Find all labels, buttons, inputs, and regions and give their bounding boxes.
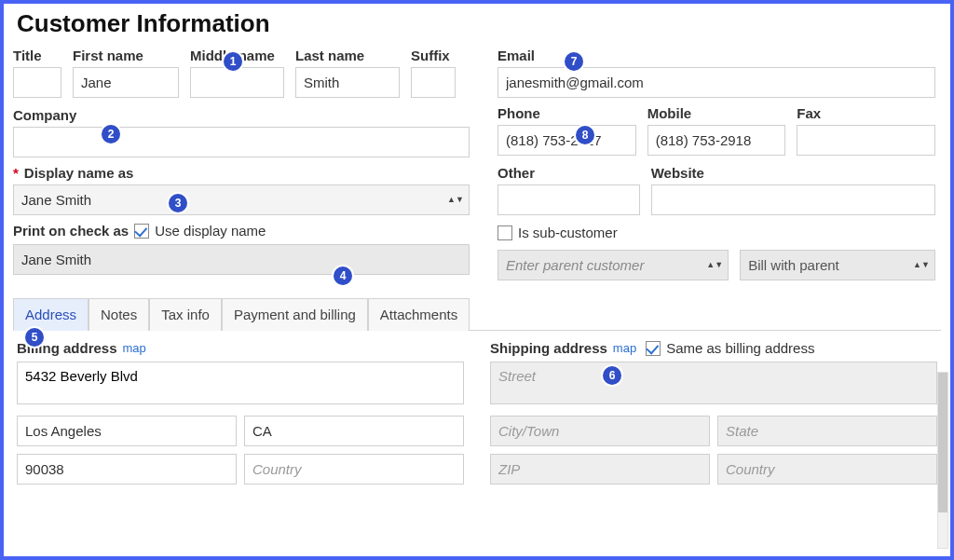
tab-notes[interactable]: Notes — [89, 298, 149, 331]
annotation-badge-4: 4 — [334, 266, 352, 285]
email-input[interactable] — [497, 67, 935, 98]
tab-address[interactable]: Address — [13, 298, 89, 331]
other-input[interactable] — [497, 184, 640, 215]
lastname-label: Last name — [295, 48, 400, 63]
address-panel: Billing address map Shipping address map… — [13, 331, 941, 492]
scrollbar[interactable] — [937, 372, 948, 549]
shipping-address: Shipping address map Same as billing add… — [490, 340, 937, 492]
annotation-badge-2: 2 — [102, 125, 120, 143]
tab-tax-info[interactable]: Tax info — [149, 298, 222, 331]
bill-with-select[interactable]: Bill with parent ▲▼ — [740, 250, 935, 280]
annotation-badge-1: 1 — [224, 52, 242, 71]
displayname-select[interactable]: Jane Smith ▲▼ — [13, 184, 470, 215]
shipping-street[interactable] — [490, 362, 937, 404]
displayname-label: Display name as — [13, 165, 470, 181]
shipping-country[interactable] — [717, 454, 937, 485]
annotation-badge-7: 7 — [565, 52, 583, 71]
email-label: Email — [497, 48, 935, 63]
billing-city[interactable] — [17, 416, 237, 446]
middlename-input[interactable] — [190, 67, 284, 98]
firstname-label: First name — [73, 48, 179, 63]
annotation-badge-8: 8 — [576, 126, 594, 144]
title-label: Title — [13, 48, 61, 63]
page-title: Customer Information — [17, 9, 941, 38]
form-columns: Title First name Middle name Last name S… — [13, 48, 941, 290]
fax-input[interactable] — [797, 125, 935, 156]
shipping-label: Shipping address — [490, 340, 607, 356]
tab-attachments[interactable]: Attachments — [368, 298, 470, 331]
chevron-sort-icon: ▲▼ — [916, 262, 927, 268]
tab-payment-billing[interactable]: Payment and billing — [222, 298, 368, 331]
suffix-input[interactable] — [411, 67, 456, 98]
annotation-badge-6: 6 — [603, 366, 621, 385]
other-label: Other — [497, 165, 640, 181]
right-column: Email Phone Mobile Fax Ot — [497, 48, 935, 290]
subcustomer-label: Is sub-customer — [518, 225, 618, 240]
printcheck-label: Print on check as — [13, 223, 129, 239]
phone-input[interactable] — [497, 125, 636, 156]
same-as-billing-checkbox[interactable] — [646, 341, 661, 356]
firstname-input[interactable] — [73, 67, 179, 98]
left-column: Title First name Middle name Last name S… — [13, 48, 470, 290]
customer-info-form: Customer Information Title First name Mi… — [0, 0, 954, 560]
use-displayname-checkbox[interactable] — [134, 224, 149, 239]
shipping-city[interactable] — [490, 416, 710, 446]
billing-zip[interactable] — [17, 454, 237, 485]
shipping-map-link[interactable]: map — [613, 341, 636, 355]
name-row: Title First name Middle name Last name S… — [13, 48, 470, 98]
website-label: Website — [651, 165, 935, 181]
suffix-label: Suffix — [411, 48, 456, 63]
printcheck-input[interactable] — [13, 244, 470, 275]
phone-label: Phone — [497, 105, 636, 121]
annotation-badge-3: 3 — [169, 194, 187, 212]
billing-country[interactable] — [244, 454, 464, 485]
billing-address: Billing address map — [17, 340, 464, 492]
bill-with-value: Bill with parent — [748, 257, 839, 273]
billing-state[interactable] — [244, 416, 464, 446]
chevron-sort-icon: ▲▼ — [709, 262, 720, 268]
scrollbar-thumb[interactable] — [938, 373, 947, 512]
parent-customer-select[interactable]: Enter parent customer ▲▼ — [497, 250, 729, 280]
mobile-input[interactable] — [647, 125, 786, 156]
company-input[interactable] — [13, 127, 470, 157]
same-as-billing-label: Same as billing address — [666, 340, 814, 356]
detail-tabs: Address Notes Tax info Payment and billi… — [13, 297, 941, 331]
fax-label: Fax — [797, 105, 935, 121]
company-label: Company — [13, 107, 470, 123]
lastname-input[interactable] — [295, 67, 400, 98]
shipping-zip[interactable] — [490, 454, 710, 485]
displayname-value: Jane Smith — [21, 192, 91, 208]
use-displayname-label: Use display name — [155, 223, 266, 239]
annotation-badge-5: 5 — [25, 328, 44, 347]
website-input[interactable] — [651, 184, 935, 215]
subcustomer-checkbox[interactable] — [497, 225, 512, 240]
chevron-sort-icon: ▲▼ — [450, 197, 461, 203]
billing-map-link[interactable]: map — [123, 341, 146, 355]
parent-customer-placeholder: Enter parent customer — [506, 257, 644, 273]
mobile-label: Mobile — [647, 105, 786, 121]
shipping-state[interactable] — [717, 416, 937, 446]
title-input[interactable] — [13, 67, 61, 98]
billing-street[interactable] — [17, 362, 464, 404]
